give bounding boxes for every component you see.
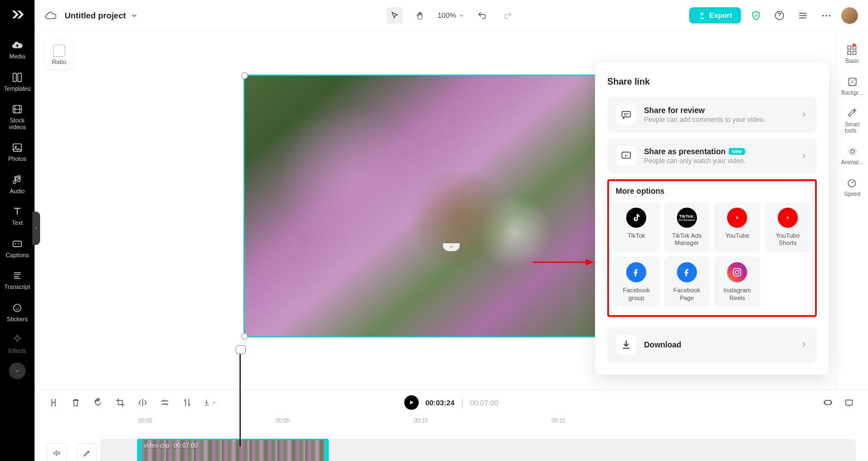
ruler-mark: 00:00	[138, 418, 152, 424]
project-title[interactable]: Untitled project	[65, 11, 138, 20]
nav-stickers[interactable]: Stickers	[0, 296, 35, 328]
time-divider: |	[461, 398, 464, 408]
zoom-value: 100%	[437, 11, 456, 19]
share-facebook-page[interactable]: Facebook Page	[664, 257, 710, 307]
more-button[interactable]	[818, 7, 835, 24]
svg-rect-1	[18, 73, 22, 81]
cursor-tool[interactable]	[386, 7, 403, 24]
cloud-sync-icon[interactable]	[45, 9, 57, 22]
delete-tool[interactable]	[69, 396, 82, 409]
svg-rect-16	[848, 46, 851, 50]
split-tool[interactable]	[47, 396, 60, 409]
right-properties-rail: Basic Backgr... Smart tools Animat... Sp…	[836, 31, 868, 389]
share-panel: Share link Share for review People can a…	[595, 62, 829, 375]
rail-label: Smart tools	[845, 121, 860, 134]
more-label: YouTube	[725, 232, 749, 239]
track-edit-button[interactable]	[77, 443, 97, 461]
resize-handle-tl[interactable]	[241, 72, 248, 79]
hand-tool[interactable]	[412, 7, 428, 24]
rotate-tool[interactable]	[91, 396, 105, 409]
nav-photos[interactable]: Photos	[0, 136, 35, 168]
more-label: TikTok	[628, 232, 645, 239]
share-youtube-shorts[interactable]: YouTube Shorts	[765, 202, 811, 252]
ruler-mark: 00:10	[414, 418, 428, 424]
time-total: 00:07:00	[470, 399, 499, 407]
music-icon	[11, 174, 23, 186]
tiktok-ads-icon: TikTok:For Business	[677, 208, 697, 228]
timeline-collapse-handle[interactable]	[443, 243, 460, 251]
grid-icon	[846, 45, 857, 56]
rail-background[interactable]: Backgr...	[841, 76, 863, 96]
reverse-tool[interactable]	[181, 396, 194, 409]
user-avatar[interactable]	[841, 7, 858, 24]
chevron-right-icon	[800, 341, 808, 349]
nav-media[interactable]: Media	[0, 33, 35, 66]
crop-tool[interactable]	[114, 396, 127, 409]
nav-label: Effects	[8, 348, 26, 355]
more-label: TikTok Ads Manager	[672, 232, 701, 247]
rail-speed[interactable]: Speed	[844, 178, 860, 197]
share-facebook-group[interactable]: Facebook group	[613, 257, 660, 307]
video-clip[interactable]: video clip 00:07:00	[137, 439, 329, 461]
track-mute-button[interactable]	[47, 443, 67, 461]
svg-point-21	[850, 150, 854, 154]
resize-handle-bl[interactable]	[241, 333, 248, 340]
more-label: YouTube Shorts	[776, 232, 799, 247]
share-tiktok[interactable]: TikTok	[613, 202, 660, 252]
zoom-control[interactable]: 100%	[437, 11, 465, 19]
ratio-label: Ratio	[52, 58, 66, 65]
svg-point-11	[804, 14, 806, 16]
fullscreen-tool[interactable]	[842, 396, 856, 409]
nav-more-button[interactable]	[9, 362, 26, 379]
new-badge: New	[729, 148, 745, 155]
share-tiktok-ads[interactable]: TikTok:For Business TikTok Ads Manager	[664, 202, 710, 252]
help-button[interactable]	[771, 7, 788, 24]
shield-button[interactable]	[748, 7, 764, 24]
presentation-icon	[616, 146, 636, 166]
nav-stock-videos[interactable]: Stock videos	[0, 97, 35, 136]
svg-rect-5	[13, 241, 22, 247]
svg-point-7	[16, 306, 17, 307]
nav-text[interactable]: Text	[0, 200, 35, 232]
play-button[interactable]	[404, 395, 419, 410]
nav-transcript[interactable]: Transcript	[0, 264, 35, 296]
fit-tool[interactable]	[821, 396, 835, 409]
nav-effects[interactable]: Effects	[0, 328, 35, 360]
adjust-tool[interactable]	[158, 396, 172, 409]
clip-handle-right[interactable]	[324, 440, 328, 461]
share-card-title: Share as presentation	[644, 147, 725, 156]
timeline-playhead[interactable]	[240, 346, 241, 447]
download-icon	[616, 335, 636, 355]
ratio-button[interactable]: Ratio	[45, 40, 74, 69]
download-tool[interactable]	[203, 396, 216, 409]
share-youtube[interactable]: YouTube	[714, 202, 760, 252]
rail-basic[interactable]: Basic	[845, 45, 859, 64]
svg-marker-30	[586, 259, 594, 266]
nav-audio[interactable]: Audio	[0, 168, 35, 200]
clip-handle-left[interactable]	[138, 440, 142, 461]
svg-rect-34	[846, 400, 852, 405]
share-for-review-card[interactable]: Share for review People can add comments…	[607, 97, 817, 133]
mirror-tool[interactable]	[136, 396, 149, 409]
download-card[interactable]: Download	[607, 327, 817, 362]
svg-point-6	[13, 304, 21, 311]
clip-name: video clip	[144, 442, 169, 449]
clip-duration: 00:07:00	[174, 442, 198, 449]
svg-point-8	[18, 306, 19, 307]
nav-captions[interactable]: Captions	[0, 232, 35, 264]
settings-button[interactable]	[794, 7, 811, 24]
rail-animation[interactable]: Animat...	[841, 146, 863, 165]
redo-button[interactable]	[500, 7, 516, 24]
timeline-ruler[interactable]: 00:00 00:05 00:10 00:15	[101, 415, 868, 428]
video-preview[interactable]	[243, 75, 606, 337]
nav-templates[interactable]: Templates	[0, 66, 35, 98]
share-as-presentation-card[interactable]: Share as presentation New People can onl…	[607, 138, 817, 174]
app-logo[interactable]	[8, 6, 26, 23]
captions-icon	[11, 238, 23, 250]
share-instagram-reels[interactable]: Instagram Reels	[714, 257, 760, 307]
photo-icon	[11, 141, 23, 154]
rail-smart-tools[interactable]: Smart tools	[845, 108, 860, 134]
nav-label: Transcript	[4, 284, 30, 291]
export-button[interactable]: Export	[689, 7, 741, 23]
undo-button[interactable]	[474, 7, 491, 24]
